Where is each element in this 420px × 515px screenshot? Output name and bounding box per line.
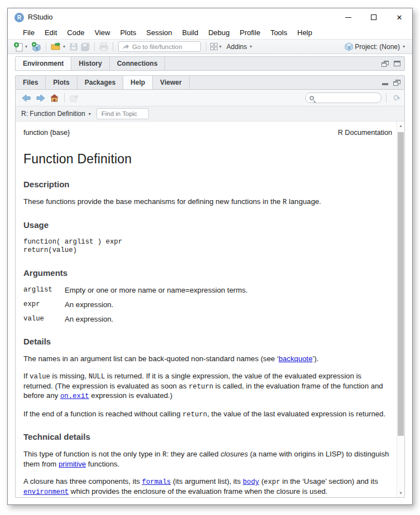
details-paragraph: If value is missing, NULL is returned. I… — [23, 372, 392, 401]
window-title: RStudio — [28, 13, 52, 21]
help-search-input[interactable] — [317, 94, 377, 102]
menu-session[interactable]: Session — [141, 28, 177, 37]
search-icon — [310, 96, 314, 100]
new-project-button[interactable]: R — [30, 42, 43, 52]
doc-package-label: function {base} — [23, 129, 70, 137]
menu-file[interactable]: File — [18, 28, 40, 37]
argument-desc: Empty or one or more name or name=expres… — [65, 286, 392, 295]
description-text: These functions provide the base mechani… — [23, 197, 392, 207]
menu-view[interactable]: View — [89, 28, 115, 37]
section-technical-details: Technical details — [23, 432, 392, 441]
help-link[interactable]: primitive — [59, 460, 86, 468]
minimize-icon — [345, 17, 351, 18]
argument-desc: An expression. — [65, 300, 392, 309]
refresh-icon[interactable]: ⟳ — [392, 92, 402, 104]
goto-file-input[interactable] — [132, 43, 197, 50]
inline-code: NULL — [89, 373, 105, 381]
maximize-button[interactable] — [361, 8, 387, 26]
tab-environment[interactable]: Environment — [16, 57, 71, 70]
doc-title: Function Definition — [23, 152, 392, 167]
topic-bar: R: Function Definition ▾ — [15, 106, 405, 122]
menu-plots[interactable]: Plots — [115, 28, 141, 37]
environment-tabbar: Environment History Connections — [15, 56, 405, 71]
minimize-pane-icon[interactable] — [382, 83, 388, 85]
project-caret-icon: ▾ — [403, 44, 405, 49]
tab-files[interactable]: Files — [16, 76, 46, 89]
section-usage: Usage — [23, 220, 392, 230]
help-link[interactable]: body — [243, 478, 259, 486]
maximize-pane-icon[interactable] — [394, 61, 400, 66]
argument-row: arglist Empty or one or more name or nam… — [23, 286, 392, 295]
print-button[interactable] — [98, 42, 110, 51]
minimize-button[interactable] — [335, 8, 361, 26]
tab-connections[interactable]: Connections — [110, 57, 166, 70]
menu-tools[interactable]: Tools — [265, 28, 292, 37]
svg-text:R: R — [348, 46, 351, 50]
help-link[interactable]: formals — [142, 478, 171, 486]
menu-build[interactable]: Build — [177, 28, 204, 37]
svg-text:R: R — [36, 47, 38, 51]
help-search-box[interactable] — [305, 93, 382, 103]
environment-pane: Environment History Connections — [15, 56, 405, 71]
addins-button[interactable]: Addins ▾ — [224, 43, 255, 51]
inline-code: return — [189, 383, 213, 391]
forward-button[interactable] — [36, 94, 45, 102]
open-in-new-window-button[interactable] — [70, 94, 79, 102]
section-arguments: Arguments — [23, 268, 392, 278]
vertical-scrollbar[interactable]: ▲ ▼ — [397, 122, 404, 497]
find-in-topic-box[interactable] — [96, 108, 149, 119]
menu-help[interactable]: Help — [292, 28, 317, 37]
new-file-button[interactable]: ▾ — [12, 42, 30, 52]
open-file-button[interactable]: ▾ — [49, 42, 68, 51]
close-button[interactable]: ✕ — [387, 8, 412, 26]
menu-bar: File Edit Code View Plots Session Build … — [8, 26, 412, 39]
workspace: Environment History Connections Files Pl… — [8, 54, 412, 504]
save-all-icon — [80, 42, 90, 51]
rstudio-window: R RStudio ✕ File Edit Code View Plots Se… — [7, 8, 413, 505]
back-button[interactable] — [22, 94, 31, 102]
help-tabbar: Files Plots Packages Help Viewer — [15, 75, 405, 90]
project-label: Project: (None) — [355, 43, 400, 51]
tab-viewer[interactable]: Viewer — [153, 76, 189, 89]
toolbar-separator — [94, 42, 95, 51]
find-in-topic-input[interactable] — [102, 110, 144, 117]
menu-code[interactable]: Code — [62, 28, 89, 37]
print-icon — [99, 42, 109, 51]
forward-arrow-icon — [36, 94, 45, 102]
project-menu-button[interactable]: R Project: (None) ▾ — [343, 42, 408, 51]
tab-plots[interactable]: Plots — [46, 76, 77, 89]
scroll-down-icon[interactable]: ▼ — [397, 489, 404, 497]
panes-layout-button[interactable]: ▾ — [209, 43, 224, 50]
new-file-icon — [13, 42, 23, 52]
help-toolbar: ⟳ — [15, 90, 405, 106]
topic-selector[interactable]: R: Function Definition — [21, 110, 85, 118]
save-button[interactable] — [68, 42, 79, 51]
restore-pane-icon[interactable] — [393, 80, 400, 86]
help-link[interactable]: backquote — [278, 354, 312, 363]
doc-type-label: R Documentation — [338, 129, 392, 137]
help-document: function {base} R Documentation Function… — [16, 122, 397, 497]
menu-edit[interactable]: Edit — [40, 28, 62, 37]
scroll-up-icon[interactable]: ▲ — [397, 122, 404, 130]
tab-packages[interactable]: Packages — [78, 76, 123, 89]
home-button[interactable] — [50, 94, 59, 102]
home-icon — [50, 94, 59, 102]
scrollbar-thumb[interactable] — [398, 132, 404, 436]
goto-file-search[interactable] — [118, 41, 201, 52]
addins-caret-icon: ▾ — [250, 44, 252, 49]
technical-paragraph: This type of function is not the only ty… — [23, 450, 392, 469]
help-link[interactable]: environment — [23, 488, 69, 496]
save-all-button[interactable] — [79, 42, 91, 51]
details-paragraph: If the end of a function is reached with… — [23, 410, 392, 420]
restore-pane-icon[interactable] — [382, 61, 389, 67]
usage-code: function( arglist ) expr return(value) — [23, 238, 392, 255]
tab-history[interactable]: History — [71, 57, 109, 70]
menu-debug[interactable]: Debug — [203, 28, 234, 37]
menu-profile[interactable]: Profile — [235, 28, 265, 37]
toolbar-separator — [64, 93, 65, 103]
emphasis-text: closures — [220, 450, 248, 458]
tab-help[interactable]: Help — [123, 76, 153, 89]
goto-arrow-icon — [122, 43, 129, 50]
help-link[interactable]: on.exit — [60, 392, 89, 400]
topic-caret-icon[interactable]: ▾ — [89, 111, 91, 116]
